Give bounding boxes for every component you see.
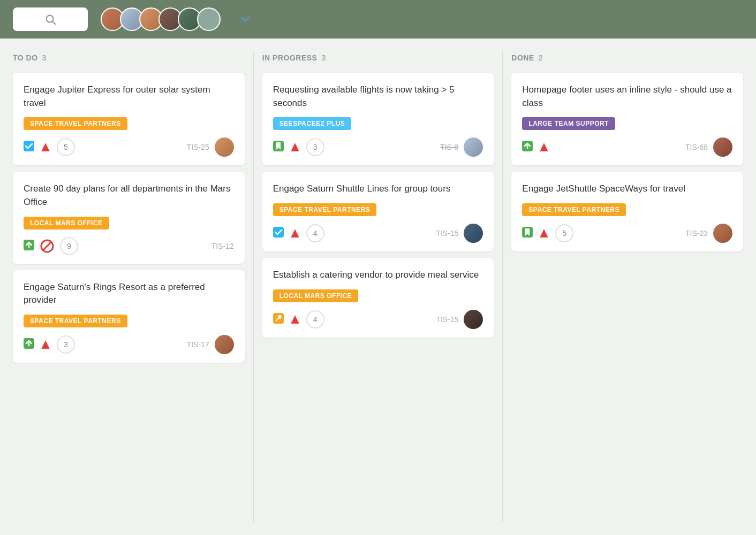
action-icon-bookmark[interactable] (273, 141, 284, 154)
card-tag[interactable]: LARGE TEAM SUPPORT (522, 117, 615, 130)
card-footer: 3 TIS-17 (24, 335, 234, 354)
card-footer: 9 TIS-12 (24, 237, 234, 255)
card-title: Create 90 day plans for all departments … (24, 182, 234, 209)
card-footer: 3 TIS-8 (273, 137, 483, 157)
ticket-id: TIS-8 (440, 143, 458, 151)
card-title: Requesting available flights is now taki… (273, 83, 483, 110)
assignee-avatar (713, 224, 732, 243)
column-header: TO DO 3 (13, 51, 245, 64)
card-tag[interactable]: SPACE TRAVEL PARTNERS (24, 315, 127, 327)
search-icon (44, 13, 56, 25)
ticket-id: TIS-17 (187, 340, 209, 349)
kanban-card[interactable]: Engage JetShuttle SpaceWays for travel S… (511, 172, 743, 251)
card-tag[interactable]: SPACE TRAVEL PARTNERS (273, 203, 377, 216)
comment-count: 5 (555, 224, 573, 242)
board: TO DO 3 Engage Jupiter Express for outer… (0, 39, 756, 535)
column-title: DONE (511, 54, 534, 62)
kanban-card[interactable]: Engage Jupiter Express for outer solar s… (13, 73, 245, 165)
priority-high-icon (40, 339, 51, 350)
priority-high-icon (289, 227, 301, 239)
column-count: 2 (539, 54, 543, 62)
card-tag[interactable]: LOCAL MARS OFFICE (24, 217, 109, 230)
comment-count: 3 (306, 138, 324, 156)
comment-count: 4 (306, 310, 324, 328)
kanban-card[interactable]: Engage Saturn's Rings Resort as a prefer… (13, 270, 245, 363)
assignee-avatar (215, 335, 234, 354)
priority-high-icon (289, 314, 301, 325)
card-title: Engage JetShuttle SpaceWays for travel (522, 182, 732, 196)
kanban-card[interactable]: Requesting available flights is now taki… (262, 73, 494, 165)
column-title: IN PROGRESS (262, 54, 317, 62)
card-footer: 5 TIS-25 (24, 137, 234, 157)
ticket-id: TIS-15 (436, 229, 458, 238)
column-count: 3 (321, 54, 326, 62)
svg-line-1 (52, 21, 55, 24)
column-done: DONE 2 Homepage footer uses an inline st… (503, 51, 743, 522)
action-icon-bookmark[interactable] (522, 227, 533, 240)
ticket-id: TIS-23 (685, 229, 708, 238)
action-icon-arrow-up[interactable] (24, 338, 34, 351)
card-footer: 4 TIS-15 (273, 310, 483, 329)
column-header: IN PROGRESS 3 (262, 51, 494, 64)
column-inprogress: IN PROGRESS 3 Requesting available fligh… (254, 51, 503, 522)
column-title: TO DO (13, 54, 38, 62)
chevron-down-icon (241, 15, 250, 24)
assignee-avatar (464, 137, 483, 157)
comment-count: 4 (306, 224, 324, 242)
card-title: Engage Saturn's Rings Resort as a prefer… (24, 281, 234, 307)
assignee-avatar (464, 310, 483, 329)
priority-high-icon (538, 141, 550, 153)
assignee-avatar (464, 224, 483, 243)
assignee-avatar (713, 137, 732, 157)
column-header: DONE 2 (511, 51, 743, 64)
card-title: Homepage footer uses an inline style - s… (522, 83, 732, 110)
avatar-group (101, 7, 221, 31)
kanban-card[interactable]: Establish a catering vendor to provide m… (262, 258, 494, 338)
search-box[interactable] (13, 7, 88, 31)
action-icon-arrow-up[interactable] (522, 141, 533, 154)
card-tag[interactable]: SPACE TRAVEL PARTNERS (24, 117, 127, 130)
avatar-extra[interactable] (197, 7, 221, 31)
card-title: Establish a catering vendor to provide m… (273, 269, 483, 282)
action-icon-check[interactable] (273, 227, 284, 240)
column-count: 3 (42, 54, 47, 62)
priority-high-icon (538, 227, 550, 239)
card-footer: 4 TIS-15 (273, 224, 483, 243)
kanban-card[interactable]: Create 90 day plans for all departments … (13, 172, 245, 263)
blocked-icon (40, 239, 55, 254)
kanban-card[interactable]: Homepage footer uses an inline style - s… (511, 73, 743, 165)
ticket-id: TIS-68 (685, 143, 708, 151)
priority-high-icon (289, 141, 301, 153)
comment-count: 3 (57, 335, 75, 354)
card-tag[interactable]: SPACE TRAVEL PARTNERS (522, 203, 626, 216)
action-icon-arrow-up[interactable] (24, 240, 34, 253)
action-icon-wrench[interactable] (273, 313, 284, 326)
comment-count: 9 (60, 237, 78, 255)
card-tag[interactable]: LOCAL MARS OFFICE (273, 289, 359, 302)
column-todo: TO DO 3 Engage Jupiter Express for outer… (13, 51, 253, 522)
svg-line-7 (43, 242, 51, 250)
card-title: Engage Saturn Shuttle Lines for group to… (273, 182, 483, 196)
action-icon-check[interactable] (24, 141, 34, 154)
ticket-id: TIS-15 (436, 315, 458, 324)
priority-high-icon (40, 141, 51, 153)
filters-button[interactable] (238, 15, 250, 24)
top-bar (0, 0, 756, 39)
ticket-id: TIS-12 (211, 242, 234, 250)
card-tag[interactable]: SEESPACEEZ PLUS (273, 117, 352, 130)
card-footer: TIS-68 (522, 137, 732, 157)
assignee-avatar (215, 137, 234, 157)
ticket-id: TIS-25 (187, 143, 209, 151)
kanban-card[interactable]: Engage Saturn Shuttle Lines for group to… (262, 172, 494, 251)
comment-count: 5 (57, 138, 75, 156)
card-title: Engage Jupiter Express for outer solar s… (24, 83, 234, 110)
card-footer: 5 TIS-23 (522, 224, 732, 243)
